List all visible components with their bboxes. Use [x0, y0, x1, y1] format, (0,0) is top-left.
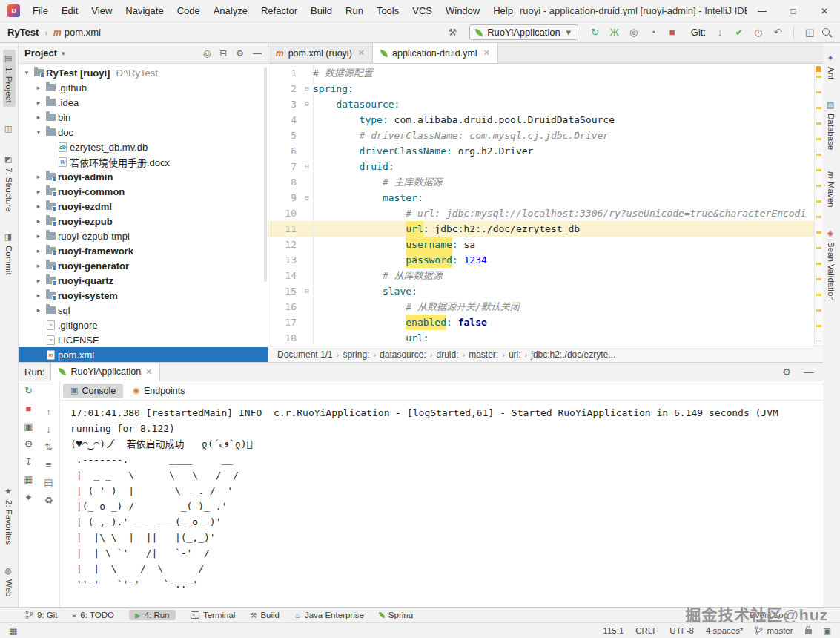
tab-console[interactable]: ▣ Console — [63, 384, 123, 398]
caret-position[interactable]: 115:1 — [603, 626, 624, 635]
sidebar-item-ant[interactable]: ✦ Ant — [825, 50, 838, 83]
tree-item[interactable]: ▸ ruoyi-framework — [19, 243, 268, 258]
sidebar-item-pinned[interactable]: ◫ — [3, 120, 16, 137]
expand-arrow-icon[interactable]: ▸ — [33, 203, 44, 210]
print-icon[interactable]: ▤ — [44, 478, 53, 488]
highlight-level-icon[interactable]: ▣ — [824, 626, 831, 636]
expand-arrow-icon[interactable]: ▸ — [33, 292, 44, 299]
build-hammer-icon[interactable]: ⚒ — [444, 27, 460, 38]
menu-window[interactable]: Window — [439, 0, 486, 22]
settings-icon[interactable]: ⚙ — [24, 439, 33, 450]
code-line[interactable]: 4 type: com.alibaba.druid.pool.DruidData… — [268, 112, 823, 128]
fold-icon[interactable]: ⊟ — [301, 190, 313, 205]
fold-icon[interactable]: ⊟ — [301, 283, 313, 299]
tree-item[interactable]: ▸ ruoyi-ezpub — [19, 214, 268, 228]
expand-arrow-icon[interactable]: ▸ — [33, 277, 44, 284]
expand-arrow-icon[interactable]: ▸ — [33, 262, 44, 269]
tree-item-selected[interactable]: m pom.xml — [19, 347, 268, 362]
sidebar-item-commit[interactable]: ◨ Commit — [3, 228, 16, 279]
profiler-button[interactable]: ◔ — [645, 27, 661, 38]
toolwindow-java-enterprise[interactable]: ♨ Java Enterprise — [294, 611, 364, 619]
import-icon[interactable]: ↧ — [24, 457, 33, 467]
code-line[interactable]: 14 # 从库数据源 — [268, 268, 823, 283]
fold-icon[interactable]: ⊟ — [301, 81, 313, 96]
menu-code[interactable]: Code — [171, 0, 207, 22]
fold-icon[interactable]: ⊟ — [301, 159, 313, 174]
fold-icon[interactable]: ⊟ — [301, 96, 313, 112]
rerun-button[interactable]: ↻ — [587, 27, 603, 38]
close-tab-icon[interactable]: ✕ — [483, 48, 490, 58]
sidebar-item-structure[interactable]: ◩ 7: Structure — [3, 151, 16, 215]
scroll-up-icon[interactable]: ↑ — [46, 407, 51, 417]
search-icon[interactable] — [821, 27, 833, 39]
code-line[interactable]: 1# 数据源配置 — [268, 65, 823, 81]
sidebar-item-project[interactable]: ▤ 1: Project — [3, 50, 16, 107]
tree-item[interactable]: ▸ .idea — [19, 95, 268, 110]
menu-file[interactable]: File — [26, 0, 55, 22]
tree-item[interactable]: ▸ ruoyi-ezpub-tmpl — [19, 228, 268, 243]
swap-icon[interactable]: ⇅ — [44, 442, 53, 453]
menu-run[interactable]: Run — [339, 0, 370, 22]
hide-panel-icon[interactable]: — — [253, 48, 262, 59]
menu-view[interactable]: View — [85, 0, 119, 22]
tree-item[interactable]: ▾ doc — [19, 125, 268, 139]
close-button[interactable]: ✕ — [809, 0, 840, 22]
console-output[interactable]: 17:01:41.380 [restartedMain] INFO c.r.Ru… — [60, 401, 823, 607]
tree-item[interactable]: ≡ .gitignore — [19, 318, 268, 332]
menu-tools[interactable]: Tools — [370, 0, 406, 22]
code-line[interactable]: 7⊟ druid: — [268, 159, 823, 174]
menu-analyze[interactable]: Analyze — [207, 0, 254, 22]
menu-help[interactable]: Help — [486, 0, 520, 22]
tree-item[interactable]: db ezrytest_db.mv.db — [19, 139, 268, 154]
breadcrumb-item[interactable]: datasource: — [378, 349, 428, 360]
update-project-button[interactable]: ↓ — [712, 27, 728, 38]
expand-arrow-icon[interactable]: ▸ — [33, 114, 44, 121]
breadcrumb-file[interactable]: pom.xml — [65, 27, 101, 38]
code-line-caret[interactable]: 11 url: jdbc:h2:./doc/ezrytest_db — [268, 221, 823, 237]
collapse-all-icon[interactable]: ⊟ — [219, 48, 227, 59]
gear-icon[interactable]: ⚙ — [778, 366, 795, 378]
line-separator[interactable]: CRLF — [635, 626, 658, 635]
gear-icon[interactable]: ⚙ — [236, 48, 244, 59]
sidebar-item-bean-validation[interactable]: ◈ Bean Validation — [825, 225, 838, 305]
code-line[interactable]: 18 url: — [268, 330, 823, 346]
commit-button[interactable]: ✔ — [731, 27, 747, 38]
toolwindow-terminal[interactable]: >_ Terminal — [191, 611, 236, 619]
expand-arrow-icon[interactable]: ▾ — [33, 128, 44, 136]
chevron-down-icon[interactable]: ▾ — [62, 50, 65, 57]
code-line[interactable]: 13 password: 1234 — [268, 252, 823, 268]
breadcrumb-item[interactable]: url: — [507, 349, 523, 360]
rollback-button[interactable]: ↶ — [770, 27, 786, 38]
tab-application-druid-yml[interactable]: application-druid.yml ✕ — [373, 43, 498, 63]
maximize-button[interactable]: □ — [778, 0, 809, 22]
code-line[interactable]: 5 # driverClassName: com.mysql.cj.jdbc.D… — [268, 128, 823, 143]
toolwindow-spring[interactable]: Spring — [379, 611, 413, 619]
stop-icon[interactable]: ■ — [26, 404, 32, 414]
sidebar-item-maven[interactable]: m Maven — [825, 168, 837, 211]
code-line[interactable]: 16 # 从数据源开关/默认关闭 — [268, 299, 823, 315]
expand-arrow-icon[interactable]: ▸ — [33, 188, 44, 195]
menu-refactor[interactable]: Refactor — [254, 0, 304, 22]
tree-item[interactable]: ▸ ruoyi-system — [19, 288, 268, 303]
tree-item[interactable]: ▸ ruoyi-generator — [19, 258, 268, 273]
toolwindow-todo[interactable]: ≡ 6: TODO — [72, 611, 113, 619]
rerun-icon[interactable]: ↻ — [24, 386, 33, 396]
menu-edit[interactable]: Edit — [55, 0, 85, 22]
breadcrumb-item[interactable]: jdbc:h2:./doc/ezryte... — [529, 349, 617, 360]
locate-file-icon[interactable]: ◎ — [203, 48, 211, 59]
debug-button[interactable]: Ж — [606, 27, 623, 38]
toolwindow-switcher-icon[interactable]: ▦ — [9, 625, 17, 636]
file-encoding[interactable]: UTF-8 — [669, 626, 694, 635]
tree-item[interactable]: ▸ ruoyi-quartz — [19, 273, 268, 288]
tree-item[interactable]: ▸ ruoyi-common — [19, 184, 268, 199]
scroll-down-icon[interactable]: ↓ — [46, 424, 51, 435]
tree-item-root[interactable]: ▾ RyTest [ruoyi] D:\RyTest — [19, 65, 268, 80]
code-line[interactable]: 12 username: sa — [268, 237, 823, 252]
menu-build[interactable]: Build — [304, 0, 339, 22]
error-stripe[interactable] — [814, 64, 823, 346]
breadcrumb-item[interactable]: master: — [467, 349, 500, 360]
expand-arrow-icon[interactable]: ▸ — [33, 232, 44, 240]
tree-item[interactable]: ▸ .github — [19, 80, 268, 95]
minimize-button[interactable]: — — [747, 0, 778, 22]
sidebar-item-favorites[interactable]: ★ 2: Favorites — [3, 483, 16, 548]
